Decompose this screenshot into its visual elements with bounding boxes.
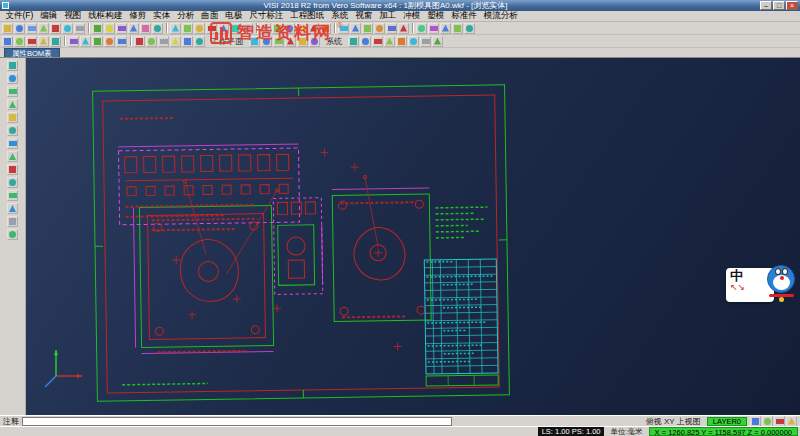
menu-item[interactable]: 分析 [174, 11, 198, 22]
toolbar-icon[interactable] [285, 36, 296, 47]
side-toolbar-icon[interactable] [7, 125, 18, 136]
toolbar-icon[interactable] [2, 23, 13, 34]
toolbar-icon[interactable] [116, 36, 127, 47]
toolbar-icon[interactable] [296, 23, 307, 34]
toolbar-icon[interactable] [2, 36, 13, 47]
menu-item[interactable]: 标准件 [448, 11, 481, 22]
toolbar-icon[interactable] [386, 23, 397, 34]
toolbar-icon[interactable] [62, 23, 73, 34]
toolbar-icon[interactable] [14, 36, 25, 47]
side-toolbar-icon[interactable] [7, 190, 18, 201]
toolbar-icon[interactable] [297, 36, 308, 47]
command-input[interactable] [22, 417, 452, 426]
toolbar-icon[interactable] [249, 36, 260, 47]
menu-item[interactable]: 线框构建 [85, 11, 126, 22]
toolbar-icon[interactable] [80, 36, 91, 47]
toolbar-icon[interactable] [170, 36, 181, 47]
toolbar-icon[interactable] [152, 23, 163, 34]
toolbar-icon[interactable] [104, 23, 115, 34]
toolbar-icon[interactable] [242, 23, 253, 34]
toolbar-icon[interactable] [408, 36, 419, 47]
toolbar-icon[interactable] [134, 36, 145, 47]
menu-item[interactable]: 视图 [61, 11, 85, 22]
toolbar-icon[interactable] [350, 23, 361, 34]
menu-item[interactable]: 修剪 [126, 11, 150, 22]
toolbar-icon[interactable] [194, 23, 205, 34]
minimize-button[interactable]: – [760, 1, 772, 10]
side-toolbar-icon[interactable] [7, 203, 18, 214]
side-toolbar-icon[interactable] [7, 86, 18, 97]
status-icon[interactable] [762, 416, 773, 427]
side-toolbar-icon[interactable] [7, 99, 18, 110]
side-toolbar-icon[interactable] [7, 112, 18, 123]
toolbar-icon[interactable] [182, 36, 193, 47]
menu-item[interactable]: 模流分析 [480, 11, 521, 22]
toolbar-icon[interactable] [104, 36, 115, 47]
menu-item[interactable]: 尺寸标注 [246, 11, 287, 22]
drawing-canvas[interactable] [26, 58, 800, 415]
toolbar-icon[interactable] [360, 36, 371, 47]
toolbar-icon[interactable] [384, 36, 395, 47]
menu-item[interactable]: 系统 [328, 11, 352, 22]
toolbar-icon[interactable] [182, 23, 193, 34]
toolbar-icon[interactable] [26, 23, 37, 34]
toolbar-icon[interactable] [38, 23, 49, 34]
menu-item[interactable]: 冲模 [400, 11, 424, 22]
toolbar-icon[interactable] [74, 23, 85, 34]
toolbar-icon[interactable] [116, 23, 127, 34]
toolbar-icon[interactable] [230, 23, 241, 34]
menu-item[interactable]: 工程图纸 [287, 11, 328, 22]
toolbar-icon[interactable] [92, 23, 103, 34]
toolbar-icon[interactable] [428, 23, 439, 34]
toolbar-icon[interactable] [320, 23, 331, 34]
toolbar-icon[interactable] [194, 36, 205, 47]
toolbar-icon[interactable] [26, 36, 37, 47]
toolbar-icon[interactable] [260, 23, 271, 34]
toolbar-icon[interactable] [362, 23, 373, 34]
toolbar-icon[interactable] [308, 23, 319, 34]
toolbar-icon[interactable] [432, 36, 443, 47]
toolbar-icon[interactable] [92, 36, 103, 47]
toolbar-icon[interactable] [338, 23, 349, 34]
toolbar-icon[interactable] [348, 36, 359, 47]
status-icon[interactable] [786, 416, 797, 427]
tab-properties-bom[interactable]: 属性BOM表 [4, 48, 60, 57]
toolbar-icon[interactable] [372, 36, 383, 47]
status-icon[interactable] [750, 416, 761, 427]
side-toolbar-icon[interactable] [7, 216, 18, 227]
menu-item[interactable]: 实体 [150, 11, 174, 22]
toolbar-icon[interactable] [206, 23, 217, 34]
menu-item[interactable]: 塑模 [424, 11, 448, 22]
side-toolbar-icon[interactable] [7, 177, 18, 188]
side-toolbar-icon[interactable] [7, 164, 18, 175]
toolbar-icon[interactable] [218, 23, 229, 34]
side-toolbar-icon[interactable] [7, 138, 18, 149]
status-icon[interactable] [774, 416, 785, 427]
menu-item[interactable]: 曲面 [198, 11, 222, 22]
toolbar-icon[interactable] [309, 36, 320, 47]
toolbar-icon[interactable] [440, 23, 451, 34]
toolbar-icon[interactable] [158, 36, 169, 47]
toolbar-icon[interactable] [420, 36, 431, 47]
toolbar-icon[interactable] [38, 36, 49, 47]
toolbar-icon[interactable] [14, 23, 25, 34]
toolbar-icon[interactable] [68, 36, 79, 47]
menu-item[interactable]: 加工 [376, 11, 400, 22]
menu-item[interactable]: 编辑 [37, 11, 61, 22]
menu-item[interactable]: 电极 [222, 11, 246, 22]
toolbar-icon[interactable] [452, 23, 463, 34]
maximize-button[interactable]: □ [773, 1, 785, 10]
toolbar-icon[interactable] [272, 23, 283, 34]
side-toolbar-icon[interactable] [7, 73, 18, 84]
toolbar-icon[interactable] [50, 23, 61, 34]
toolbar-icon[interactable] [50, 36, 61, 47]
toolbar-icon[interactable] [284, 23, 295, 34]
toolbar-icon[interactable] [398, 23, 409, 34]
side-toolbar-icon[interactable] [7, 229, 18, 240]
toolbar-icon[interactable] [396, 36, 407, 47]
toolbar-icon[interactable] [140, 23, 151, 34]
toolbar-icon[interactable] [416, 23, 427, 34]
toolbar-icon[interactable] [374, 23, 385, 34]
side-toolbar-icon[interactable] [7, 151, 18, 162]
active-layer-badge[interactable]: LAYER0 [707, 417, 747, 426]
